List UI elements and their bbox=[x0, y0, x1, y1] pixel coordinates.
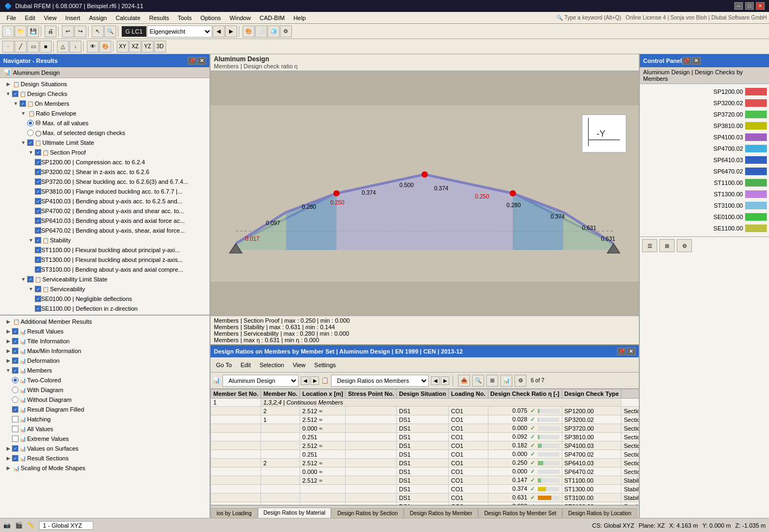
cb-maxmin-information[interactable] bbox=[12, 348, 18, 354]
bp-prev2-btn[interactable]: ◀ bbox=[431, 376, 440, 385]
redo-btn[interactable]: ↪ bbox=[74, 25, 86, 37]
render-btn[interactable]: 🎨 bbox=[243, 25, 255, 37]
cb-sp1200[interactable] bbox=[35, 159, 41, 165]
tab-ios-by-loading[interactable]: ios by Loading bbox=[211, 508, 258, 518]
table-row[interactable]: 2.512 ≈ DS1 CO1 0.147 ✓ ST1100.00 Stabil… bbox=[211, 476, 639, 485]
bp-next2-btn[interactable]: ▶ bbox=[441, 376, 449, 385]
table-row[interactable]: 0.251 DS1 CO1 0.092 ✓ SP3810.00 Section … bbox=[211, 433, 639, 441]
tab-design-ratios-by-material[interactable]: Design Ratios by Material bbox=[258, 508, 332, 518]
tree-result-diagram-filled[interactable]: 📊 Result Diagram Filled bbox=[0, 405, 209, 414]
cb-section-proof[interactable] bbox=[35, 149, 41, 156]
print-btn[interactable]: 🖨 bbox=[45, 25, 56, 37]
tree-on-members[interactable]: ▼ 📋 On Members bbox=[0, 99, 209, 108]
cb-st3100[interactable] bbox=[35, 266, 41, 273]
menu-help[interactable]: Help bbox=[289, 14, 310, 22]
export-btn[interactable]: 📤 bbox=[458, 375, 470, 387]
tree-serviceability[interactable]: ▼ 📋 Serviceability bbox=[0, 284, 209, 294]
tree-sls[interactable]: ▼ 📋 Serviceability Limit State bbox=[0, 274, 209, 284]
tree-scaling-mode-shapes[interactable]: ▶ 📊 Scaling of Mode Shapes bbox=[0, 463, 209, 473]
cb-sp6470[interactable] bbox=[35, 227, 41, 234]
title-bar-controls[interactable]: ─ □ ✕ bbox=[734, 2, 765, 10]
toggle-maxmin-information[interactable]: ▶ bbox=[4, 347, 12, 355]
nav-close-btn[interactable]: ✕ bbox=[198, 57, 206, 65]
cb-sp3810[interactable] bbox=[35, 188, 41, 195]
bp-prev-btn[interactable]: ◀ bbox=[301, 376, 309, 385]
toggle-stability[interactable]: ▼ bbox=[27, 236, 35, 244]
bp-pin-btn[interactable]: 📌 bbox=[617, 348, 626, 355]
tree-title-information[interactable]: ▶ 📊 Title Information bbox=[0, 336, 209, 346]
tree-st1100[interactable]: ST1100.00 | Flexural buckling about prin… bbox=[0, 245, 209, 255]
tree-members[interactable]: ▼ 📊 Members bbox=[0, 366, 209, 375]
tree-sp3810[interactable]: SP3810.00 | Flange induced buckling acc.… bbox=[0, 187, 209, 196]
xy-view-btn[interactable]: XY bbox=[117, 41, 129, 53]
tree-extreme-values[interactable]: 📊 Extreme Values bbox=[0, 434, 209, 444]
menu-file[interactable]: File bbox=[2, 14, 21, 22]
coordinate-system-select[interactable]: 1 - Global XYZ bbox=[39, 521, 93, 530]
wireframe-btn[interactable]: ⬜ bbox=[255, 25, 267, 37]
cb-sls[interactable] bbox=[27, 276, 34, 283]
toggle-on-members[interactable]: ▼ bbox=[12, 100, 20, 107]
minimize-button[interactable]: ─ bbox=[734, 2, 743, 10]
tree-section-proof[interactable]: ▼ 📋 Section Proof bbox=[0, 148, 209, 157]
tree-ratio-envelope[interactable]: ▼ 📋 Ratio Envelope bbox=[0, 108, 209, 118]
toggle-section-proof[interactable]: ▼ bbox=[27, 149, 35, 156]
tree-sp4100[interactable]: SP4100.03 | Bending about y-axis acc. to… bbox=[0, 196, 209, 206]
cb-sp3720[interactable] bbox=[35, 178, 41, 185]
bp-edit[interactable]: Edit bbox=[237, 361, 254, 369]
design-dropdown-1[interactable]: Aluminum Design bbox=[223, 375, 298, 387]
design-dropdown-2[interactable]: Design Ratios on Members bbox=[331, 375, 429, 387]
menu-cad-bim[interactable]: CAD-BIM bbox=[255, 14, 289, 22]
tree-additional-member-results[interactable]: ▶ 📋 Additional Member Results bbox=[0, 317, 209, 326]
color-btn[interactable]: 🎨 bbox=[99, 41, 111, 53]
radio-max-all[interactable] bbox=[27, 120, 34, 126]
table-row[interactable]: 0.251 DS1 CO1 0.000 ✓ SP4700.02 Section … bbox=[211, 450, 639, 459]
chart-btn[interactable]: 📊 bbox=[500, 375, 512, 387]
tree-design-checks[interactable]: ▼ 📋 Design Checks bbox=[0, 89, 209, 99]
cb-on-members[interactable] bbox=[20, 100, 26, 107]
toggle-uls[interactable]: ▼ bbox=[20, 139, 27, 146]
cb-hatching[interactable] bbox=[12, 416, 18, 422]
maximize-button[interactable]: □ bbox=[745, 2, 754, 10]
cb-st1100[interactable] bbox=[35, 247, 41, 253]
tree-result-values[interactable]: ▶ 📊 Result Values bbox=[0, 326, 209, 336]
tab-design-ratios-by-member-set[interactable]: Design Ratios by Member Set bbox=[478, 508, 562, 518]
table-row[interactable]: DS1 CO1 0.374 ✓ ST1300.00 Stability | Fl… bbox=[211, 485, 639, 493]
settings2-btn[interactable]: ⚙ bbox=[514, 375, 526, 387]
bp-selection[interactable]: Selection bbox=[256, 361, 287, 369]
cp-pin-btn[interactable]: 📌 bbox=[682, 57, 691, 65]
bp-close-btn[interactable]: ✕ bbox=[627, 348, 635, 355]
tree-with-diagram[interactable]: 📊 With Diagram bbox=[0, 385, 209, 395]
view3d-btn[interactable]: 🧊 bbox=[268, 25, 279, 37]
toggle-result-sections[interactable]: ▶ bbox=[4, 454, 12, 462]
tree-maxmin-information[interactable]: ▶ 📊 Max/Min Information bbox=[0, 346, 209, 356]
tree-st3100[interactable]: ST3100.00 | Bending about y-axis and axi… bbox=[0, 265, 209, 274]
cb-uls[interactable] bbox=[27, 139, 34, 146]
tree-uls[interactable]: ▼ 📋 Ultimate Limit State bbox=[0, 138, 209, 148]
cb-se0100[interactable] bbox=[35, 296, 41, 302]
cb-deformation[interactable] bbox=[12, 357, 18, 364]
menu-calculate[interactable]: Calculate bbox=[111, 14, 145, 22]
xz-view-btn[interactable]: XZ bbox=[129, 41, 141, 53]
cp-list-btn[interactable]: ☰ bbox=[642, 239, 657, 252]
cb-members[interactable] bbox=[12, 367, 18, 374]
status-ruler-icon[interactable]: 📏 bbox=[27, 522, 35, 529]
zoom-btn[interactable]: 🔍 bbox=[104, 25, 116, 37]
table-container[interactable]: Member Set No. Member No. Location x [m]… bbox=[211, 389, 639, 505]
menu-options[interactable]: Options bbox=[196, 14, 225, 22]
cb-stability[interactable] bbox=[35, 237, 41, 243]
toggle-result-values[interactable]: ▶ bbox=[4, 328, 12, 335]
tree-two-colored[interactable]: 📊 Two-Colored bbox=[0, 375, 209, 385]
status-video-icon[interactable]: 🎬 bbox=[15, 522, 23, 529]
next-lc-btn[interactable]: ▶ bbox=[225, 25, 237, 37]
close-button[interactable]: ✕ bbox=[756, 2, 765, 10]
tab-design-ratios-by-member[interactable]: Design Ratios by Member bbox=[404, 508, 478, 518]
tree-deformation[interactable]: ▶ 📊 Deformation bbox=[0, 356, 209, 366]
nav-pin-btn[interactable]: 📌 bbox=[188, 57, 196, 65]
undo-btn[interactable]: ↩ bbox=[62, 25, 74, 37]
solid-btn[interactable]: ■ bbox=[40, 41, 52, 53]
bp-goto[interactable]: Go To bbox=[213, 361, 235, 369]
cb-sp6410[interactable] bbox=[35, 217, 41, 224]
open-btn[interactable]: 📁 bbox=[15, 25, 27, 37]
tree-sp6470[interactable]: SP6470.02 | Bending about y-axis, shear,… bbox=[0, 226, 209, 235]
tree-design-situations[interactable]: ▶ 📋 Design Situations bbox=[0, 79, 209, 89]
